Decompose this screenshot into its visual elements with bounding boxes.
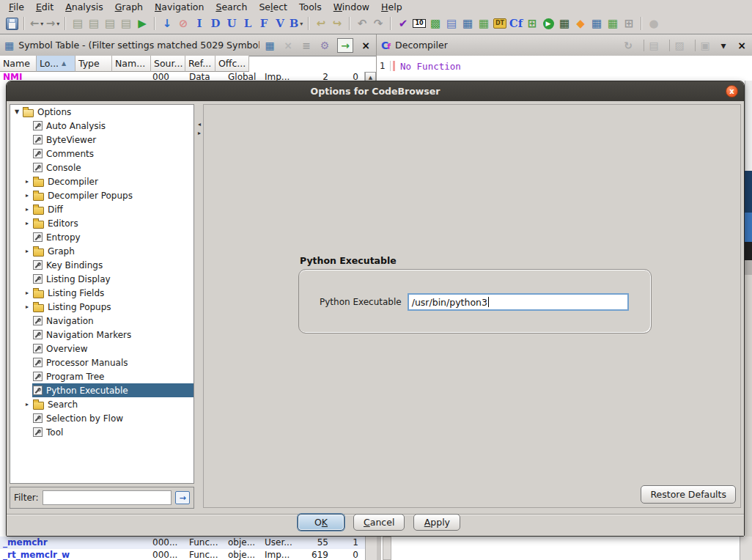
symbol-table-titlebar[interactable]: ▦ Symbol Table - (Filter settings matche… [0, 34, 376, 56]
letter-u-icon[interactable]: U▾ [224, 15, 239, 32]
filter-gear-icon[interactable]: ⚙ [319, 39, 331, 52]
org-chart-icon[interactable]: ⊞▾ [622, 15, 636, 32]
paste-special-icon[interactable]: ▤▾ [86, 15, 101, 32]
symbol-tree-icon[interactable]: ⊞▾ [525, 15, 539, 32]
expander-icon[interactable]: ▸ [22, 220, 32, 226]
decompiler-titlebar[interactable]: Cf Decompiler ↻▤▨▣▾× [377, 34, 752, 56]
symbol-table-scrollbar-bottom[interactable] [365, 537, 377, 560]
dropdown-icon[interactable]: ▾ [718, 39, 729, 52]
menu-item[interactable]: Search [210, 1, 253, 13]
menu-item[interactable]: Help [375, 1, 408, 13]
menu-item[interactable]: Tools [293, 1, 328, 13]
table-export-icon[interactable]: ▦▾ [605, 15, 620, 32]
tree-item[interactable]: Navigation [10, 314, 193, 328]
diamond-icon[interactable]: ◆▾ [573, 15, 588, 32]
tree-item[interactable]: ByteViewer [10, 133, 193, 147]
table-view-icon[interactable]: ▦▾ [589, 15, 604, 32]
forward-icon[interactable]: →▾ [45, 15, 60, 32]
notes-icon[interactable]: ▤▾ [444, 15, 459, 32]
tree-item[interactable]: ▸Listing Fields [10, 286, 193, 300]
patch-down-icon[interactable]: ▤▾ [119, 15, 133, 32]
column-header[interactable]: Lo...▲ [37, 56, 75, 72]
tree-item[interactable]: Navigation Markers [10, 328, 193, 342]
tree-item[interactable]: Program Tree [10, 369, 193, 383]
tree-item[interactable]: Listing Display [10, 272, 193, 286]
expander-icon[interactable]: ▸ [22, 192, 32, 199]
dialog-button[interactable]: Cancel [353, 514, 405, 531]
function-graph-icon[interactable]: Cf▾ [509, 15, 523, 32]
expander-icon[interactable]: ▸ [22, 401, 32, 408]
toggle-filter-icon[interactable]: → [337, 38, 353, 53]
letter-b-icon[interactable]: B▾ [289, 15, 303, 32]
delete-icon[interactable]: × [282, 39, 294, 52]
menu-item[interactable]: Select [253, 1, 293, 13]
column-header[interactable]: Ref...▲ [185, 56, 215, 72]
tree-item[interactable]: ▼Options [10, 105, 193, 119]
menu-item[interactable]: Window [328, 1, 375, 13]
column-header[interactable]: Name▲ [0, 56, 37, 72]
symbol-table-icon[interactable]: ▦▾ [460, 15, 475, 32]
menu-item[interactable]: Navigation [149, 1, 210, 13]
tree-item[interactable]: Auto Analysis [10, 119, 193, 133]
dialog-button[interactable]: Apply [413, 514, 460, 531]
tree-item[interactable]: ▸Graph [10, 244, 193, 258]
run-icon[interactable]: ▶▾ [541, 15, 556, 32]
python-executable-input[interactable]: /usr/bin/python3 [408, 293, 629, 311]
tree-item[interactable]: Overview [10, 342, 193, 355]
snapshot-camera-icon[interactable]: ▣ [699, 39, 711, 52]
dialog-titlebar[interactable]: Options for CodeBrowser x [7, 81, 744, 101]
collapse-left-icon[interactable]: ◂ [198, 122, 201, 128]
_memchr[interactable]: _memchr000...Func...obje...User...551 [0, 537, 376, 549]
snapshot-icon[interactable]: ●▾ [646, 15, 661, 32]
restore-defaults-button[interactable]: Restore Defaults [641, 485, 736, 504]
expander-icon[interactable]: ▸ [22, 303, 32, 310]
decompiler-gutter-scrollbar[interactable] [383, 537, 391, 560]
validate-icon[interactable]: ✔▾ [396, 15, 410, 32]
tree-item[interactable]: Selection by Flow [10, 411, 193, 425]
run-script-icon[interactable]: ▶▾ [135, 15, 150, 32]
dialog-close-button[interactable]: x [726, 85, 738, 97]
go-down-arrow-icon[interactable]: ↓▾ [160, 15, 174, 32]
filter-input[interactable] [43, 490, 172, 505]
collapse-right-icon[interactable]: ▸ [198, 130, 201, 136]
tree-item[interactable]: ▸Listing Popups [10, 300, 193, 314]
column-header[interactable]: Offc...▲ [215, 56, 249, 72]
data-type-manager-icon[interactable]: DT▾ [493, 15, 507, 32]
back-icon[interactable]: ←▾ [29, 15, 44, 32]
tree-item[interactable]: Console [10, 161, 193, 174]
jump-in-icon[interactable]: ↩▾ [314, 15, 328, 32]
column-header[interactable]: Type▲ [75, 56, 112, 72]
panel-splitter[interactable] [376, 537, 381, 560]
letter-i-icon[interactable]: I▾ [192, 15, 207, 32]
tree-item[interactable]: ▸Decompiler [10, 174, 193, 188]
clear-flow-icon[interactable]: ⊘▾ [176, 15, 191, 32]
tree-item[interactable]: Processor Manuals [10, 355, 193, 369]
expander-icon[interactable]: ▸ [22, 178, 32, 185]
expander-icon[interactable]: ▸ [22, 290, 32, 296]
menu-item[interactable]: Edit [30, 1, 59, 13]
memory-map-icon[interactable]: ▩▾ [428, 15, 443, 32]
binary-editor-icon[interactable]: 10▾ [412, 15, 427, 32]
tree-item[interactable]: Python Executable [10, 383, 193, 397]
tree-item[interactable]: Entropy [10, 230, 193, 244]
redo-icon[interactable]: ↷▾ [371, 15, 386, 32]
tree-item[interactable]: ▸Search [10, 397, 193, 411]
edit-icon[interactable]: ▨ [674, 39, 685, 52]
close-icon[interactable]: × [736, 39, 748, 52]
letter-f-icon[interactable]: F▾ [257, 15, 271, 32]
tree-item[interactable]: ▸Decompiler Popups [10, 188, 193, 202]
memory-icon[interactable]: ▦▾ [557, 15, 572, 32]
copy-special-icon[interactable]: ▤▾ [70, 15, 85, 32]
jump-out-icon[interactable]: ↪▾ [330, 15, 344, 32]
menu-item[interactable]: Graph [109, 1, 149, 13]
tree-item[interactable]: ▸Diff [10, 202, 193, 216]
column-header[interactable]: Nam...▲ [112, 56, 151, 72]
close-icon[interactable]: × [360, 39, 372, 52]
menu-item[interactable]: Analysis [59, 1, 109, 13]
letter-v-icon[interactable]: V▾ [273, 15, 287, 32]
expander-icon[interactable]: ▸ [22, 206, 32, 213]
dropdown-arrow-icon[interactable]: ▾ [40, 21, 43, 27]
symbol-references-icon[interactable]: ▦▾ [476, 15, 491, 32]
refresh-icon[interactable]: ↻ [622, 39, 634, 52]
_rt_memclr_w[interactable]: _rt_memclr_w000...Func...obje...Imp...61… [0, 549, 376, 560]
